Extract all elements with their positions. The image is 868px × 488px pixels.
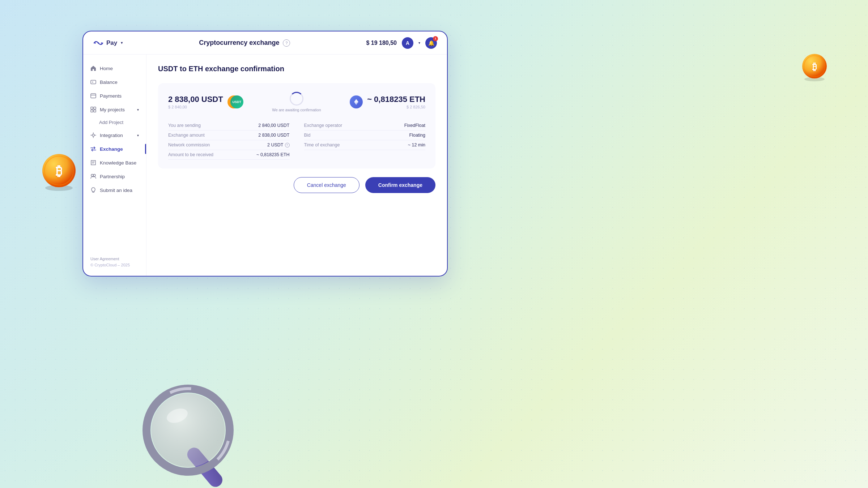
detail-network-commission: Network commission 2 USDT ? xyxy=(168,140,290,150)
user-agreement-link[interactable]: User Agreement xyxy=(90,256,139,262)
main-content: USDT to ETH exchange confirmation 2 838,… xyxy=(146,55,447,276)
exchange-amounts-row: 2 838,00 USDT $ 2 840,00 USDT We are awa… xyxy=(168,92,425,112)
sidebar-item-home[interactable]: Home xyxy=(83,62,146,75)
svg-point-11 xyxy=(98,42,99,44)
page-header-title: Cryptocurrency exchange xyxy=(199,39,279,47)
notification-button[interactable]: 🔔 1 xyxy=(425,37,437,49)
exchange-icon xyxy=(90,146,96,152)
logo-area[interactable]: Pay ▾ xyxy=(93,39,123,47)
sidebar-item-payments[interactable]: Payments xyxy=(83,89,146,102)
avatar-button[interactable]: A xyxy=(402,37,413,49)
bitcoin-coin-left: ₿ ₿ xyxy=(39,152,79,192)
exchange-status-middle: We are awaiting confirmation xyxy=(272,92,321,112)
svg-point-12 xyxy=(101,42,102,44)
sidebar-item-integration[interactable]: Integration ▾ xyxy=(83,129,146,142)
sidebar-item-add-project[interactable]: Add Project xyxy=(83,117,146,128)
sidebar-item-partnership[interactable]: Partnership xyxy=(83,170,146,183)
projects-icon xyxy=(90,107,96,112)
knowledge-icon xyxy=(90,160,96,166)
home-icon xyxy=(90,65,96,71)
svg-rect-14 xyxy=(92,82,93,82)
svg-text:₿: ₿ xyxy=(812,62,817,72)
magnifying-glass-decoration xyxy=(141,383,242,488)
header-title-area: Cryptocurrency exchange ? xyxy=(123,39,366,47)
from-amount-value: 2 838,00 USDT xyxy=(168,95,223,104)
exchange-details-grid: You are sending 2 840,00 USDT Exchange a… xyxy=(168,121,425,160)
exchange-amount-label: Exchange amount xyxy=(168,133,205,138)
sidebar-knowledge-label: Knowledge Base xyxy=(100,160,136,166)
svg-rect-19 xyxy=(91,110,93,112)
integration-icon xyxy=(90,132,96,138)
exchange-from-amount: 2 838,00 USDT $ 2 840,00 USDT xyxy=(168,95,243,109)
sidebar-item-exchange[interactable]: Exchange xyxy=(83,142,146,155)
header-right: $ 19 180,50 A ▾ 🔔 1 xyxy=(366,37,437,49)
detail-amount-to-receive: Amount to be received ~ 0,818235 ETH xyxy=(168,150,290,160)
svg-point-23 xyxy=(93,174,95,176)
action-buttons: Cancel exchange Confirm exchange xyxy=(158,177,435,193)
detail-exchange-operator: Exchange operator FixedFloat xyxy=(304,121,426,130)
notification-badge: 1 xyxy=(433,36,438,41)
sidebar-item-submit-idea[interactable]: Submit an idea xyxy=(83,184,146,197)
integration-expand-icon: ▾ xyxy=(137,133,139,137)
svg-point-30 xyxy=(146,389,230,472)
loading-spinner xyxy=(290,92,303,106)
copyright-text: © CryptoCloud – 2025 xyxy=(90,262,139,269)
sidebar-submit-idea-label: Submit an idea xyxy=(100,188,132,193)
sidebar-partnership-label: Partnership xyxy=(100,174,125,179)
logo-icon xyxy=(93,39,103,47)
sidebar-item-knowledge-base[interactable]: Knowledge Base xyxy=(83,156,146,169)
bid-label: Bid xyxy=(304,133,311,138)
exchange-amount-value: 2 838,00 USDT xyxy=(258,133,289,138)
sidebar-home-label: Home xyxy=(100,66,113,71)
svg-rect-28 xyxy=(184,445,225,488)
awaiting-text: We are awaiting confirmation xyxy=(272,108,321,112)
sidebar-projects-label: My projects xyxy=(100,107,125,112)
avatar-chevron-icon: ▾ xyxy=(418,41,420,45)
sidebar: Home Balance Payments xyxy=(83,55,146,276)
sidebar-balance-label: Balance xyxy=(100,80,118,85)
svg-rect-17 xyxy=(91,107,93,109)
you-sending-label: You are sending xyxy=(168,123,201,128)
time-of-exchange-value: ~ 12 min xyxy=(408,142,425,147)
svg-point-32 xyxy=(165,406,190,425)
bid-value: Floating xyxy=(409,133,425,138)
help-icon[interactable]: ? xyxy=(283,39,290,47)
app-header: Pay ▾ Cryptocurrency exchange ? $ 19 180… xyxy=(83,31,447,55)
sidebar-item-balance[interactable]: Balance xyxy=(83,76,146,89)
page-title: USDT to ETH exchange confirmation xyxy=(158,65,435,73)
sidebar-payments-label: Payments xyxy=(100,93,122,99)
svg-rect-20 xyxy=(94,110,96,112)
svg-point-21 xyxy=(92,134,94,136)
amount-to-receive-value: ~ 0,818235 ETH xyxy=(256,152,289,157)
details-left-col: You are sending 2 840,00 USDT Exchange a… xyxy=(168,121,290,160)
exchange-to-amount: ~ 0,818235 ETH $ 2 826,50 xyxy=(350,95,425,109)
detail-exchange-amount: Exchange amount 2 838,00 USDT xyxy=(168,130,290,140)
svg-point-31 xyxy=(151,393,225,467)
sidebar-nav: Home Balance Payments xyxy=(83,62,146,197)
logo-text: Pay xyxy=(106,39,117,47)
sidebar-item-my-projects[interactable]: My projects ▾ xyxy=(83,103,146,116)
commission-info-icon[interactable]: ? xyxy=(285,143,290,147)
svg-text:₿: ₿ xyxy=(56,164,62,179)
exchange-operator-label: Exchange operator xyxy=(304,123,342,128)
network-commission-label: Network commission xyxy=(168,142,210,147)
network-commission-value: 2 USDT ? xyxy=(267,142,289,147)
usdt-coin-stack: USDT xyxy=(227,95,243,108)
from-amount-usd: $ 2 840,00 xyxy=(168,105,223,109)
svg-point-29 xyxy=(146,389,230,472)
detail-you-sending: You are sending 2 840,00 USDT xyxy=(168,121,290,130)
cancel-exchange-button[interactable]: Cancel exchange xyxy=(294,177,359,193)
eth-coin-icon xyxy=(350,95,363,108)
app-body: Home Balance Payments xyxy=(83,55,447,276)
idea-icon xyxy=(90,187,96,193)
sidebar-exchange-label: Exchange xyxy=(100,146,123,152)
detail-time-of-exchange: Time of exchange ~ 12 min xyxy=(304,140,426,150)
amount-to-receive-label: Amount to be received xyxy=(168,152,213,157)
confirm-exchange-button[interactable]: Confirm exchange xyxy=(365,177,435,193)
bitcoin-coin-right: ₿ ₿ xyxy=(800,52,829,81)
sidebar-footer: User Agreement © CryptoCloud – 2025 xyxy=(83,256,146,269)
svg-point-10 xyxy=(94,42,96,44)
exchange-operator-value: FixedFloat xyxy=(404,123,425,128)
svg-rect-18 xyxy=(94,107,96,109)
projects-expand-icon: ▾ xyxy=(137,108,139,112)
